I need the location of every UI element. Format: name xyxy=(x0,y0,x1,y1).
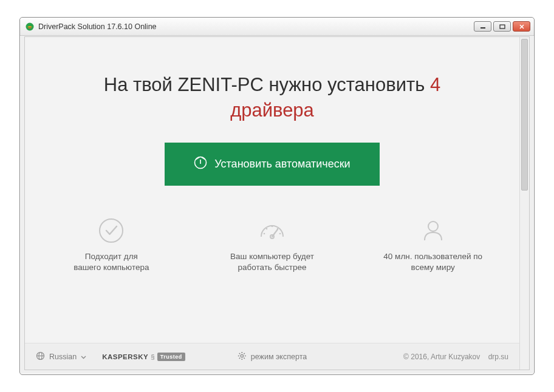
feature-compatible: Подходит для вашего компьютера xyxy=(31,216,192,273)
svg-line-7 xyxy=(272,229,278,237)
svg-point-13 xyxy=(428,221,438,231)
headline-pc-name: ZENIT-PC xyxy=(178,74,264,95)
feature-text-line1: 40 млн. пользователей по xyxy=(352,251,513,262)
svg-point-5 xyxy=(100,219,123,242)
feature-text-line1: Ваш компьютер будет xyxy=(192,251,353,262)
expert-mode-label: режим эксперта xyxy=(251,353,307,361)
window-title: DriverPack Solution 17.6.10 Online xyxy=(38,22,157,31)
chevron-down-icon xyxy=(81,353,86,361)
gauge-icon xyxy=(192,216,353,245)
svg-line-23 xyxy=(244,357,244,358)
site-link[interactable]: drp.su xyxy=(488,353,508,361)
kaspersky-brand: KASPERSKY xyxy=(102,353,148,360)
features-row: Подходит для вашего компьютера xyxy=(25,216,519,273)
expert-mode-button[interactable]: режим эксперта xyxy=(238,351,307,362)
minimize-button[interactable] xyxy=(474,21,491,32)
svg-rect-2 xyxy=(500,25,505,29)
feature-text-line2: работать быстрее xyxy=(192,262,353,273)
scrollbar-thumb[interactable] xyxy=(521,39,528,191)
headline-prefix: На твой xyxy=(104,74,178,95)
copyright: © 2016, Artur Kuzyakov drp.su xyxy=(403,353,508,361)
feature-users: 40 млн. пользователей по всему миру xyxy=(352,216,513,273)
trusted-label: Trusted xyxy=(157,353,185,361)
titlebar: DriverPack Solution 17.6.10 Online xyxy=(20,18,534,36)
headline-suffix: драйвера xyxy=(230,100,314,121)
install-button-label: Установить автоматически xyxy=(214,158,350,171)
footer: Russian KASPERSKY§ Trusted xyxy=(25,343,519,370)
svg-rect-1 xyxy=(480,27,485,29)
svg-point-9 xyxy=(266,228,268,229)
headline-count: 4 xyxy=(430,74,440,95)
globe-icon xyxy=(36,351,45,362)
svg-point-8 xyxy=(264,232,265,234)
language-label: Russian xyxy=(49,353,77,361)
vertical-scrollbar[interactable] xyxy=(519,37,529,370)
install-auto-button[interactable]: Установить автоматически xyxy=(165,143,379,186)
app-icon xyxy=(25,22,35,32)
install-icon xyxy=(194,156,207,172)
user-icon xyxy=(352,216,513,245)
svg-point-17 xyxy=(241,354,243,357)
headline-middle: нужно установить xyxy=(264,74,430,95)
gear-icon xyxy=(238,351,247,362)
client-area: На твой ZENIT-PC нужно установить 4 драй… xyxy=(24,36,530,370)
svg-rect-4 xyxy=(200,160,202,164)
feature-text-line1: Подходит для xyxy=(31,251,192,262)
svg-line-25 xyxy=(239,357,240,358)
language-selector[interactable]: Russian xyxy=(36,351,86,362)
feature-text-line2: всему миру xyxy=(352,262,513,273)
headline: На твой ZENIT-PC нужно установить 4 драй… xyxy=(25,72,519,123)
close-button[interactable] xyxy=(513,21,530,32)
app-window: DriverPack Solution 17.6.10 Online На тв… xyxy=(19,17,535,375)
svg-point-11 xyxy=(277,228,279,229)
svg-point-12 xyxy=(279,232,281,234)
feature-text-line2: вашего компьютера xyxy=(31,262,192,273)
kaspersky-trusted-badge: KASPERSKY§ Trusted xyxy=(102,353,185,361)
svg-point-10 xyxy=(272,225,273,227)
checkmark-icon xyxy=(31,216,192,245)
svg-line-24 xyxy=(244,353,244,354)
feature-faster: Ваш компьютер будет работать быстрее xyxy=(192,216,353,273)
maximize-button[interactable] xyxy=(493,21,511,32)
svg-line-22 xyxy=(239,353,240,354)
